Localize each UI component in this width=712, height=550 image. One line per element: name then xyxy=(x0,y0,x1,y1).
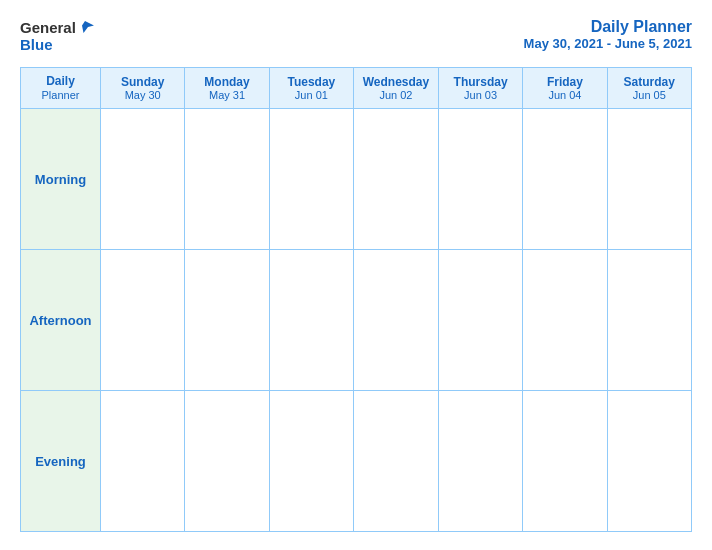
evening-friday[interactable] xyxy=(523,391,607,532)
column-header-monday: Monday May 31 xyxy=(185,68,269,109)
planner-table: Daily Planner Sunday May 30 Monday May 3… xyxy=(20,67,692,532)
morning-sunday[interactable] xyxy=(101,109,185,250)
column-header-friday: Friday Jun 04 xyxy=(523,68,607,109)
column-header-thursday: Thursday Jun 03 xyxy=(438,68,522,109)
thursday-date: Jun 03 xyxy=(443,89,518,101)
sunday-date: May 30 xyxy=(105,89,180,101)
table-header-row: Daily Planner Sunday May 30 Monday May 3… xyxy=(21,68,692,109)
table-row-morning: Morning xyxy=(21,109,692,250)
evening-label: Evening xyxy=(21,391,101,532)
tuesday-name: Tuesday xyxy=(274,75,349,89)
evening-thursday[interactable] xyxy=(438,391,522,532)
column-header-label: Daily Planner xyxy=(21,68,101,109)
saturday-name: Saturday xyxy=(612,75,687,89)
wednesday-date: Jun 02 xyxy=(358,89,434,101)
column-header-wednesday: Wednesday Jun 02 xyxy=(354,68,439,109)
evening-saturday[interactable] xyxy=(607,391,691,532)
column-header-tuesday: Tuesday Jun 01 xyxy=(269,68,353,109)
monday-name: Monday xyxy=(189,75,264,89)
monday-date: May 31 xyxy=(189,89,264,101)
table-row-evening: Evening xyxy=(21,391,692,532)
logo: General xyxy=(20,18,97,36)
wednesday-name: Wednesday xyxy=(358,75,434,89)
morning-tuesday[interactable] xyxy=(269,109,353,250)
morning-saturday[interactable] xyxy=(607,109,691,250)
evening-tuesday[interactable] xyxy=(269,391,353,532)
column-header-sunday: Sunday May 30 xyxy=(101,68,185,109)
column-header-saturday: Saturday Jun 05 xyxy=(607,68,691,109)
logo-blue-line: Blue xyxy=(20,36,53,53)
evening-monday[interactable] xyxy=(185,391,269,532)
afternoon-thursday[interactable] xyxy=(438,250,522,391)
tuesday-date: Jun 01 xyxy=(274,89,349,101)
header-daily: Daily xyxy=(46,74,75,88)
afternoon-friday[interactable] xyxy=(523,250,607,391)
saturday-date: Jun 05 xyxy=(612,89,687,101)
afternoon-wednesday[interactable] xyxy=(354,250,439,391)
logo-general-text: General xyxy=(20,19,76,36)
friday-name: Friday xyxy=(527,75,602,89)
morning-friday[interactable] xyxy=(523,109,607,250)
evening-wednesday[interactable] xyxy=(354,391,439,532)
morning-label: Morning xyxy=(21,109,101,250)
thursday-name: Thursday xyxy=(443,75,518,89)
afternoon-sunday[interactable] xyxy=(101,250,185,391)
logo-area: General Blue xyxy=(20,18,97,53)
header-planner: Planner xyxy=(42,89,80,101)
logo-blue-text: Blue xyxy=(20,36,53,53)
table-row-afternoon: Afternoon xyxy=(21,250,692,391)
friday-date: Jun 04 xyxy=(527,89,602,101)
page-title: Daily Planner xyxy=(524,18,692,36)
page-header: General Blue Daily Planner May 30, 2021 … xyxy=(20,18,692,53)
logo-bird-icon xyxy=(79,18,97,36)
morning-thursday[interactable] xyxy=(438,109,522,250)
afternoon-tuesday[interactable] xyxy=(269,250,353,391)
sunday-name: Sunday xyxy=(105,75,180,89)
date-range: May 30, 2021 - June 5, 2021 xyxy=(524,36,692,51)
morning-wednesday[interactable] xyxy=(354,109,439,250)
evening-sunday[interactable] xyxy=(101,391,185,532)
morning-monday[interactable] xyxy=(185,109,269,250)
afternoon-monday[interactable] xyxy=(185,250,269,391)
title-area: Daily Planner May 30, 2021 - June 5, 202… xyxy=(524,18,692,51)
afternoon-saturday[interactable] xyxy=(607,250,691,391)
afternoon-label: Afternoon xyxy=(21,250,101,391)
svg-marker-0 xyxy=(82,21,94,33)
